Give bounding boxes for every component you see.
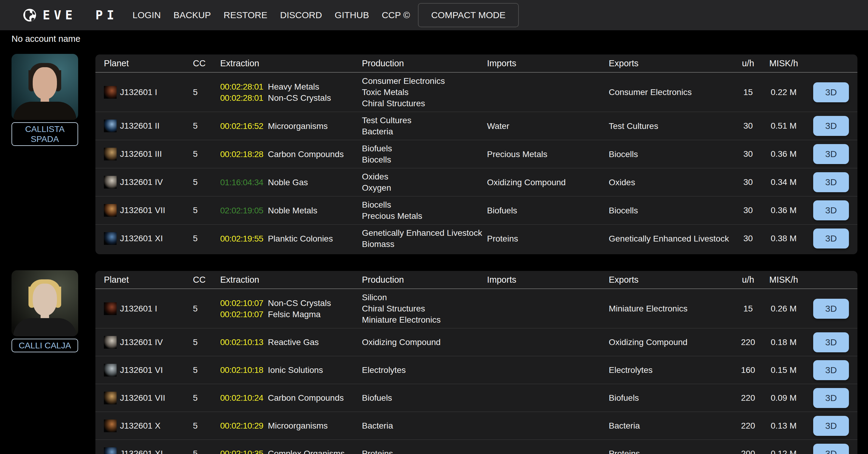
- exports-cell: Proteins: [609, 448, 735, 454]
- 3d-button[interactable]: 3D: [813, 332, 849, 352]
- navbar: EVE PI LOGINBACKUPRESTOREDISCORDGITHUBCC…: [0, 0, 868, 30]
- production-item: Biofuels: [362, 392, 487, 403]
- extraction-timer: 00:02:16:52: [220, 121, 263, 132]
- character-portrait[interactable]: [11, 270, 78, 336]
- extraction-resource: Reactive Gas: [268, 336, 319, 348]
- table-row: J132601 VI 5 00:02:10:18Ionic Solutions …: [95, 356, 858, 384]
- header-uh: u/h: [735, 275, 762, 285]
- nav-item[interactable]: LOGIN: [133, 10, 161, 20]
- header-imports: Imports: [487, 275, 609, 285]
- table-row: J132601 IV 5 00:02:10:13Reactive Gas Oxi…: [95, 328, 858, 356]
- misk-value: 0.12 M: [762, 449, 806, 454]
- 3d-button[interactable]: 3D: [813, 228, 849, 249]
- 3d-button[interactable]: 3D: [813, 200, 849, 220]
- planet-icon: [104, 176, 117, 189]
- button-cell: 3D: [813, 444, 849, 454]
- 3d-button[interactable]: 3D: [813, 444, 849, 454]
- button-cell: 3D: [813, 116, 849, 136]
- extraction-cell: 00:02:10:35Complex Organisms: [220, 448, 362, 454]
- exports-cell: Biofuels: [609, 392, 735, 403]
- portrait-shoulders: [13, 102, 76, 120]
- exports-item: Bacteria: [609, 420, 735, 431]
- extraction-resource: Planktic Colonies: [268, 233, 333, 244]
- header-miskh: MISK/h: [762, 58, 806, 68]
- extraction-resource: Heavy Metals: [268, 81, 319, 92]
- 3d-button[interactable]: 3D: [813, 360, 849, 380]
- planet-name: J132601 VII: [120, 393, 165, 403]
- table-row: J132601 III 5 00:02:18:28Carbon Compound…: [95, 140, 858, 168]
- planet-icon: [104, 232, 117, 245]
- exports-item: Miniature Electronics: [609, 303, 735, 314]
- production-item: Oxidizing Compound: [362, 336, 487, 348]
- exports-item: Oxidizing Compound: [609, 336, 735, 348]
- uh-value: 30: [735, 205, 762, 215]
- header-production: Production: [362, 58, 487, 68]
- extraction-resource: Noble Metals: [268, 205, 317, 216]
- 3d-button[interactable]: 3D: [813, 82, 849, 102]
- header-miskh: MISK/h: [762, 275, 806, 285]
- production-item: Toxic Metals: [362, 87, 487, 98]
- misk-value: 0.18 M: [762, 337, 806, 347]
- production-cell: Proteins: [362, 448, 487, 454]
- cc-value: 5: [193, 121, 220, 131]
- imports-cell: Proteins: [487, 233, 609, 244]
- 3d-button[interactable]: 3D: [813, 144, 849, 164]
- cc-value: 5: [193, 449, 220, 454]
- nav-item[interactable]: DISCORD: [280, 10, 322, 20]
- account-name-label: No account name: [11, 34, 80, 44]
- planet-icon: [104, 86, 117, 99]
- production-cell: Electrolytes: [362, 364, 487, 376]
- production-item: Bacteria: [362, 126, 487, 137]
- planet-name: J132601 I: [120, 88, 157, 97]
- compact-mode-button[interactable]: COMPACT MODE: [418, 3, 519, 27]
- production-item: Biocells: [362, 199, 487, 210]
- character-name-button[interactable]: CALLISTA SPADA: [11, 122, 78, 146]
- portrait-face: [33, 67, 57, 99]
- extraction-timer: 02:02:19:05: [220, 205, 263, 216]
- uh-value: 160: [735, 365, 762, 375]
- misk-value: 0.36 M: [762, 149, 806, 159]
- extraction-cell: 00:02:19:55Planktic Colonies: [220, 233, 362, 244]
- 3d-button[interactable]: 3D: [813, 388, 849, 408]
- planet-cell: J132601 II: [104, 120, 193, 132]
- planet-cell: J132601 VII: [104, 204, 193, 217]
- 3d-button[interactable]: 3D: [813, 172, 849, 192]
- planet-icon: [104, 364, 117, 377]
- exports-item: Genetically Enhanced Livestock: [609, 233, 735, 244]
- character-name-button[interactable]: CALLI CALJA: [11, 339, 78, 352]
- header-planet: Planet: [104, 275, 193, 285]
- production-cell: SiliconChiral StructuresMiniature Electr…: [362, 292, 487, 325]
- misk-value: 0.36 M: [762, 205, 806, 215]
- extraction-resource: Non-CS Crystals: [268, 92, 331, 103]
- imports-cell: Precious Metals: [487, 149, 609, 160]
- nav-item[interactable]: BACKUP: [174, 10, 211, 20]
- 3d-button[interactable]: 3D: [813, 299, 849, 319]
- production-cell: OxidesOxygen: [362, 171, 487, 193]
- nav-item[interactable]: GITHUB: [335, 10, 369, 20]
- table-body: J132601 I 5 00:02:10:07Non-CS Crystals00…: [95, 289, 858, 454]
- 3d-button[interactable]: 3D: [813, 116, 849, 136]
- character-portrait[interactable]: [11, 54, 78, 120]
- button-cell: 3D: [813, 388, 849, 408]
- extraction-resource: Non-CS Crystals: [268, 297, 331, 309]
- production-cell: Oxidizing Compound: [362, 336, 487, 348]
- 3d-button[interactable]: 3D: [813, 416, 849, 436]
- nav-item[interactable]: RESTORE: [223, 10, 267, 20]
- button-cell: 3D: [813, 228, 849, 249]
- table-row: J132601 XI 5 00:02:19:55Planktic Colonie…: [95, 224, 858, 252]
- character-column: CALLISTA SPADA: [11, 54, 78, 146]
- planet-name: J132601 VII: [120, 205, 165, 215]
- misk-value: 0.15 M: [762, 365, 806, 375]
- planet-cell: J132601 XI: [104, 232, 193, 245]
- header-uh: u/h: [735, 58, 762, 68]
- production-cell: BiofuelsBiocells: [362, 143, 487, 165]
- header-exports: Exports: [609, 275, 735, 285]
- table-row: J132601 VII 5 00:02:10:24Carbon Compound…: [95, 384, 858, 412]
- misk-value: 0.22 M: [762, 88, 806, 97]
- extraction-timer: 00:02:10:13: [220, 336, 263, 348]
- exports-cell: Genetically Enhanced Livestock: [609, 233, 735, 244]
- planet-name: J132601 I: [120, 304, 157, 314]
- nav-item[interactable]: CCP ©: [382, 10, 410, 20]
- extraction-resource: Ionic Solutions: [268, 364, 323, 376]
- planet-name: J132601 X: [120, 421, 160, 431]
